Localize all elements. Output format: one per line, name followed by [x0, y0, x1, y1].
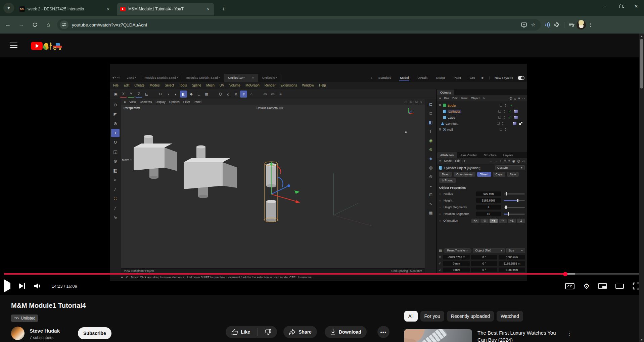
settings-button[interactable]: ⚙: [583, 283, 590, 290]
visibility-dots: [503, 116, 505, 119]
view-transform-label: View Transform: Project: [124, 269, 154, 273]
reading-mode-button[interactable]: [543, 20, 552, 30]
axis-x-lock-icon: X: [120, 91, 127, 98]
axis-tool-icon: ⊕: [111, 157, 120, 165]
c4d-layout-tab: Sculpt: [435, 75, 446, 81]
subscribe-button[interactable]: Subscribe: [78, 327, 111, 339]
dislike-button[interactable]: [261, 329, 277, 336]
related-video-item[interactable]: BEST FIRST The Best First Luxury Watches…: [404, 329, 579, 342]
coordinate-tool-icon: ◧: [111, 166, 120, 175]
square-panel-icon: □: [427, 110, 435, 117]
scroll-up-arrow[interactable]: ▲: [639, 34, 644, 38]
address-bar[interactable]: youtube.com/watch?v=z7Q1DAuAcnI ☆: [57, 19, 541, 31]
orientation-minus-z: -Z: [517, 219, 525, 223]
half-panel-icon: ◒: [427, 182, 435, 189]
locked-workplane-icon: ≡: [277, 91, 284, 98]
viewport-menu-icons: ◫⊞◎≈: [404, 100, 422, 104]
basic-tab: Basic: [439, 172, 452, 177]
scrubber-handle[interactable]: [563, 272, 567, 276]
edges-mode-icon: ◔: [165, 91, 172, 98]
browser-tab-youtube[interactable]: M&M Module1 Tutorial4 - YouT ×: [117, 3, 214, 15]
object-tree: ⊟ Boole ✓ Cylinder: [437, 101, 527, 132]
tab-close-icon[interactable]: ×: [105, 6, 111, 12]
null-icon: [443, 128, 446, 131]
url-text[interactable]: youtube.com/watch?v=z7Q1DAuAcnI: [72, 22, 519, 27]
browser-profile-avatar[interactable]: [577, 20, 586, 30]
back-button[interactable]: ←: [3, 19, 13, 30]
forward-button[interactable]: →: [16, 19, 27, 30]
viewport-statusbar: View Transform: Project Grid Spacing : 5…: [121, 268, 425, 273]
site-info-button[interactable]: [60, 20, 68, 29]
tractor-icon: [53, 43, 62, 50]
miniplayer-button[interactable]: [598, 283, 607, 289]
download-button[interactable]: Download: [325, 326, 367, 338]
divider: |: [489, 76, 490, 79]
channel-avatar[interactable]: [11, 327, 25, 340]
visibility-dots: [502, 122, 504, 125]
video-player[interactable]: ↶↷ 2.c4d *module1 tutorial4 3.c4d *modul…: [0, 57, 644, 295]
browser-menu-button[interactable]: ⋮: [586, 20, 595, 30]
workplane-icon: ⊑: [143, 91, 150, 98]
share-button[interactable]: Share: [283, 326, 317, 338]
chip-recently-uploaded[interactable]: Recently uploaded: [447, 311, 494, 322]
reload-button[interactable]: [30, 19, 40, 30]
progress-bar[interactable]: [4, 273, 640, 275]
more-actions-button[interactable]: •••: [377, 326, 389, 338]
related-menu-button[interactable]: ⋮: [567, 331, 572, 337]
install-icon: [521, 22, 527, 27]
extensions-button[interactable]: [552, 20, 561, 30]
chip-for-you[interactable]: For you: [420, 311, 444, 322]
attributes-menu-icons: ←→↑⊙≡◉◎▱: [489, 159, 525, 163]
play-button[interactable]: [4, 283, 10, 289]
caps-tab: Caps: [493, 172, 505, 177]
chip-watched[interactable]: Watched: [497, 311, 523, 322]
next-icon: [19, 283, 24, 289]
volume-button[interactable]: [34, 282, 42, 290]
property-row: ○ Height 5185.6568: [437, 197, 527, 204]
close-button[interactable]: ×: [629, 0, 644, 13]
object-properties-title: Object Properties: [437, 183, 527, 190]
layer-box-icon: [500, 104, 502, 107]
circle-panel-icon: ◍: [427, 164, 435, 171]
toolbar-gap: [256, 91, 261, 98]
guide-menu-button[interactable]: [10, 43, 17, 48]
related-video-title[interactable]: The Best First Luxury Watches You Can Bu…: [477, 329, 562, 342]
tab-close-icon[interactable]: ×: [205, 6, 211, 12]
tune-icon: [62, 22, 66, 27]
object-mode-icon: ▦: [203, 91, 210, 98]
restore-button[interactable]: [613, 0, 629, 13]
download-icon: [330, 329, 336, 335]
toolbar-actions: ⋮: [543, 20, 595, 30]
minimize-button[interactable]: –: [598, 0, 613, 13]
hamburger-icon: ▤: [439, 249, 442, 252]
media-controls-button[interactable]: [567, 20, 577, 30]
like-button[interactable]: Like: [226, 329, 255, 336]
page-scrollbar[interactable]: ▲ ▼: [639, 34, 644, 342]
browser-tab-d2l[interactable]: D2L week 2 - DESN27425 Interactio ×: [16, 3, 114, 15]
fullscreen-button[interactable]: [633, 282, 640, 290]
video-title: M&M Module1 Tutorial4: [11, 302, 86, 309]
install-app-button[interactable]: [519, 20, 528, 30]
next-button[interactable]: [19, 283, 25, 289]
theater-mode-button[interactable]: [615, 284, 624, 289]
channel-name[interactable]: Steve Hudak: [30, 328, 60, 334]
home-button[interactable]: ⌂: [43, 19, 54, 30]
c4d-layout-tab: UVEdit: [417, 75, 428, 81]
bookmark-button[interactable]: ☆: [528, 20, 538, 30]
captions-button[interactable]: CC: [565, 283, 574, 289]
chip-all[interactable]: All: [404, 311, 418, 322]
coordinates-header: ▤ Reset Transform Object (Rel)▼ Size▼: [437, 247, 527, 254]
new-tab-button[interactable]: +: [219, 5, 228, 13]
new-panel-icon: ▱: [522, 159, 525, 163]
orientation-buttons: +X-X+Y-Y+Z-Z: [471, 219, 525, 223]
c4d-menu-item: Create: [134, 83, 144, 87]
sphere-panel-icon: ⊚: [427, 173, 435, 180]
youtube-logo[interactable]: [31, 42, 62, 50]
c4d-menu-item: Volume: [229, 83, 240, 87]
c4d-menu-item: Modes: [149, 83, 159, 87]
scrollbar-thumb[interactable]: [640, 39, 643, 89]
related-thumbnail[interactable]: BEST FIRST: [404, 329, 472, 342]
tab-search-button[interactable]: ▼: [3, 3, 14, 13]
orientation-minus-y: -Y: [499, 219, 507, 223]
scroll-down-arrow[interactable]: ▼: [639, 337, 644, 342]
